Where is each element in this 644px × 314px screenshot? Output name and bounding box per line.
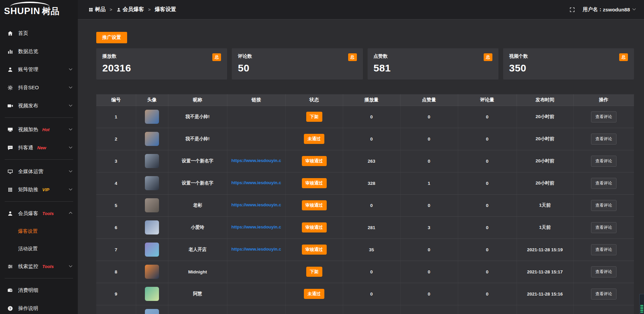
logo-arc-icon [10,2,50,7]
avatar[interactable] [145,110,159,124]
status-badge[interactable]: 未通过 [304,289,324,299]
logo-text-cn: 树品 [42,6,59,16]
video-link[interactable]: https://www.iesdouyin.c [231,180,281,185]
stat-label: 视频个数 [509,53,528,59]
chevron-icon [69,212,72,215]
avatar[interactable] [145,154,159,168]
sidebar-submenu: 爆客设置活动设置 [0,222,78,257]
breadcrumb-item[interactable]: 树品 > [89,6,116,13]
topbar-right: 用户名：zswodun88 [569,6,635,13]
plays-cell: 0 [343,283,400,305]
nickname-cell: 老彬 [168,194,227,216]
chevron-icon [69,169,72,172]
table-row: 1 我不是小帅! 下架 0 0 0 20小时前 查看评论 [96,106,634,128]
sidebar-item[interactable]: 抖客通 New [0,139,78,157]
chevron-down-icon [633,7,636,10]
status-badge[interactable]: 审核通过 [302,156,327,166]
status-badge[interactable]: 下架 [306,267,322,277]
publish-time-cell: 20小时前 [517,128,573,150]
chat-icon [7,145,13,151]
comments-cell [458,305,517,314]
column-header: 头像 [136,94,168,106]
breadcrumb-item[interactable]: 会员爆客 > [116,6,155,13]
comments-cell: 0 [458,216,517,239]
stat-card: 评论数 总 50 [232,48,363,80]
comments-cell: 0 [458,106,517,128]
likes-cell: 0 [400,194,458,216]
stat-card: 播放数 总 20316 [96,48,227,80]
avatar[interactable] [145,198,159,212]
status-badge[interactable]: 审核通过 [302,200,327,210]
avatar[interactable] [145,309,159,314]
table-row: 6 小爱玲 https://www.iesdouyin.c 审核通过 281 3… [96,216,634,239]
avatar[interactable] [145,220,159,234]
nickname-cell [168,305,227,314]
sidebar-item[interactable]: 矩阵助推 VIP [0,180,78,199]
view-comments-button[interactable]: 查看评论 [591,222,616,233]
avatar[interactable] [145,176,159,190]
page-widget[interactable] [639,294,644,314]
video-link[interactable]: https://www.iesdouyin.c [231,247,281,252]
nickname-cell: 老人开店 [168,239,227,261]
row-id: 2 [96,128,136,150]
sidebar-item[interactable]: 消费明细 [0,281,78,299]
table-row: 9 阿慧 未通过 0 0 0 2021-11-28 15:16 查看评论 [96,283,634,305]
likes-cell [400,305,458,314]
user-menu[interactable]: 用户名：zswodun88 [583,6,635,13]
plays-cell: 0 [343,106,400,128]
comments-cell: 0 [458,128,517,150]
sidebar-item[interactable]: 数据总览 [0,42,78,60]
sidebar-item[interactable]: 全媒体运营 [0,162,78,180]
stat-value: 20316 [102,62,221,74]
publish-time-cell: 2021-11-28 15:16 [517,283,573,305]
chevron-icon [69,145,72,148]
status-badge[interactable]: 未通过 [304,134,324,144]
total-badge: 总 [619,53,628,61]
video-link[interactable]: https://www.iesdouyin.c [231,224,281,229]
plays-cell: 263 [343,150,400,172]
avatar[interactable] [145,132,159,146]
status-badge[interactable]: 审核通过 [302,178,327,188]
sidebar-item-label: 视频加热 [18,126,38,133]
status-badge[interactable]: 下架 [306,112,322,122]
likes-cell: 3 [400,216,458,239]
avatar[interactable] [145,265,159,279]
sidebar-subitem[interactable]: 活动设置 [0,240,78,257]
status-badge[interactable]: 审核通过 [302,245,327,255]
sidebar-item[interactable]: 视频加热 Hot [0,120,78,139]
sidebar-item[interactable]: 线索监控 Tools [0,257,78,275]
avatar[interactable] [145,287,159,301]
view-comments-button[interactable]: 查看评论 [591,134,616,145]
fullscreen-icon[interactable] [569,7,575,13]
view-comments-button[interactable]: 查看评论 [591,111,616,122]
videos-table: 编号头像昵称链接状态播放量点赞量评论量发布时间操作 1 我不是小帅! 下架 0 … [96,94,634,314]
plays-cell: 0 [343,261,400,283]
breadcrumb-item[interactable]: 爆客设置 > [155,6,176,13]
view-comments-button[interactable]: 查看评论 [591,200,616,211]
sidebar-item[interactable]: 视频发布 [0,97,78,115]
sidebar-item[interactable]: 账号管理 [0,60,78,78]
sidebar-subitem[interactable]: 爆客设置 [0,222,78,240]
likes-cell: 0 [400,261,458,283]
avatar[interactable] [145,243,159,257]
promotion-settings-button[interactable]: 推广设置 [96,32,127,43]
video-link[interactable]: https://www.iesdouyin.c [231,202,281,207]
view-comments-button[interactable]: 查看评论 [591,289,616,300]
monitor-icon [7,169,13,174]
sidebar-item[interactable]: 抖音SEO [0,78,78,97]
view-comments-button[interactable]: 查看评论 [591,244,616,255]
sidebar-item-label: 全媒体运营 [18,168,43,175]
view-comments-button[interactable]: 查看评论 [591,156,616,167]
row-id: 8 [96,261,136,283]
breadcrumb: 树品 > 会员爆客 > 爆客设置 > [89,6,176,13]
status-badge[interactable]: 审核通过 [302,222,327,232]
view-comments-button[interactable]: 查看评论 [591,178,616,189]
sidebar-item[interactable]: 操作说明 [0,299,78,314]
sidebar-item[interactable]: 首页 [0,24,78,42]
stat-card: 点赞数 总 581 [368,48,498,80]
sidebar-item[interactable]: 会员爆客 Tools [0,204,78,222]
total-badge: 总 [348,53,357,61]
view-comments-button[interactable]: 查看评论 [591,266,616,277]
video-link[interactable]: https://www.iesdouyin.c [231,158,281,163]
comments-cell: 0 [458,239,517,261]
